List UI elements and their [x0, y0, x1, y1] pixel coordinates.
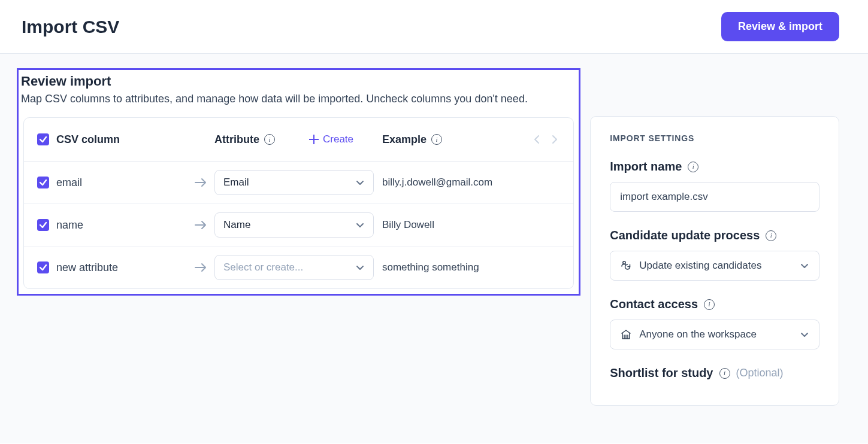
chevron-down-icon: [800, 330, 809, 339]
example-value: Billy Dowell: [382, 219, 434, 231]
attribute-select[interactable]: Select or create...: [214, 255, 374, 280]
refresh-user-icon: [620, 260, 632, 272]
import-name-input[interactable]: [610, 182, 819, 212]
contact-access-dropdown[interactable]: Anyone on the workspace: [610, 320, 819, 349]
attribute-select-value: Select or create...: [223, 261, 303, 273]
chevron-down-icon: [355, 220, 365, 230]
update-process-label: Candidate update process: [610, 229, 760, 242]
prev-example-button[interactable]: [531, 132, 542, 147]
mapping-row: new attribute Select or create... someth…: [24, 246, 573, 288]
row-checkbox[interactable]: [37, 219, 49, 231]
create-label: Create: [323, 133, 353, 145]
attribute-select[interactable]: Name: [214, 212, 374, 238]
example-value: billy.j.dowell@gmail.com: [382, 177, 492, 188]
mapping-row: email Email billy.j.dowell@gmail.com: [24, 162, 573, 203]
chevron-down-icon: [355, 178, 365, 187]
plus-icon: [309, 134, 319, 145]
example-value: something something: [382, 261, 479, 273]
mapping-header-row: CSV column Attribute i Create Example i: [24, 118, 573, 162]
csv-column-name: email: [56, 177, 82, 189]
attribute-select-value: Name: [223, 219, 250, 231]
info-icon[interactable]: i: [264, 134, 275, 145]
arrow-right-icon: [193, 219, 208, 231]
shortlist-label: Shortlist for study: [610, 366, 713, 380]
import-name-label: Import name: [610, 160, 682, 174]
example-pager: [531, 132, 560, 147]
settings-heading: IMPORT SETTINGS: [610, 133, 819, 143]
csv-column-name: new attribute: [56, 261, 118, 274]
arrow-right-icon: [193, 261, 208, 273]
svg-point-0: [623, 261, 625, 264]
contact-access-label: Contact access: [610, 297, 698, 311]
import-name-field: Import name i: [610, 160, 819, 212]
review-import-panel: Review import Map CSV columns to attribu…: [17, 68, 580, 296]
mapping-table: CSV column Attribute i Create Example i: [23, 117, 574, 289]
workspace-icon: [620, 329, 632, 340]
row-checkbox[interactable]: [37, 261, 49, 273]
shortlist-field: Shortlist for study i (Optional): [610, 366, 819, 380]
page-title: Import CSV: [22, 17, 119, 37]
row-checkbox[interactable]: [37, 177, 49, 188]
page-header: Import CSV Review & import: [0, 0, 868, 54]
optional-label: (Optional): [736, 367, 784, 379]
arrow-right-icon: [193, 177, 208, 188]
update-process-dropdown[interactable]: Update existing candidates: [610, 251, 819, 281]
info-icon[interactable]: i: [688, 162, 698, 172]
content-area: Review import Map CSV columns to attribu…: [0, 54, 868, 443]
create-attribute-button[interactable]: Create: [309, 133, 353, 145]
import-settings-panel: IMPORT SETTINGS Import name i Candidate …: [590, 116, 839, 406]
review-subtitle: Map CSV columns to attributes, and manag…: [21, 93, 576, 105]
review-import-button[interactable]: Review & import: [721, 12, 839, 41]
select-all-checkbox[interactable]: [37, 133, 49, 145]
info-icon[interactable]: i: [431, 134, 442, 145]
csv-column-name: name: [56, 219, 83, 232]
attribute-header: Attribute: [214, 133, 259, 146]
contact-access-field: Contact access i Anyone on the workspace: [610, 297, 819, 349]
contact-access-value: Anyone on the workspace: [639, 329, 757, 340]
attribute-select[interactable]: Email: [214, 170, 374, 195]
info-icon[interactable]: i: [719, 368, 730, 379]
update-process-value: Update existing candidates: [639, 260, 761, 272]
mapping-row: name Name Billy Dowell: [24, 203, 573, 246]
attribute-select-value: Email: [223, 177, 249, 188]
info-icon[interactable]: i: [766, 230, 776, 241]
csv-column-header: CSV column: [56, 133, 120, 146]
info-icon[interactable]: i: [704, 299, 715, 310]
example-header: Example: [382, 133, 427, 146]
chevron-down-icon: [800, 261, 809, 270]
next-example-button[interactable]: [549, 132, 560, 147]
update-process-field: Candidate update process i Update existi…: [610, 229, 819, 281]
review-title: Review import: [21, 74, 576, 89]
chevron-down-icon: [355, 263, 365, 272]
